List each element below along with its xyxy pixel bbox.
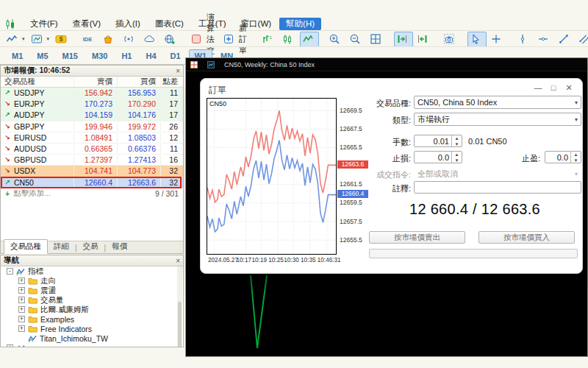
expand-icon[interactable]: + — [18, 277, 25, 284]
channel-button[interactable] — [576, 32, 588, 47]
tree-item-1[interactable]: -指標 — [1, 266, 183, 276]
step-down-icon[interactable]: ▼ — [452, 158, 462, 163]
take-profit-stepper[interactable]: 0.0 ▲▼ — [545, 151, 581, 163]
bar-chart-button[interactable]: 1 — [259, 32, 278, 47]
column-header-1[interactable]: 交易品種 — [1, 77, 74, 87]
menu-item-7[interactable]: 幫助(H) — [279, 18, 321, 30]
profiles-button[interactable]: ▾ — [29, 32, 52, 47]
chart-shift-button[interactable] — [415, 32, 434, 47]
stop-loss-stepper[interactable]: 0.0 ▲▼ — [414, 151, 462, 163]
tree-item-6[interactable]: +Examples — [1, 314, 183, 324]
ide-button[interactable]: IDE — [79, 32, 98, 47]
collapse-icon[interactable]: - — [7, 268, 13, 275]
tree-item-2[interactable]: +走向 — [1, 276, 183, 286]
zoom-out-button[interactable] — [347, 32, 366, 47]
tab-1[interactable]: 交易品種 — [4, 239, 48, 254]
add-symbol-row[interactable]: + 點擊添加... 9 / 301 — [1, 188, 183, 199]
maximize-button[interactable]: □ — [548, 83, 559, 92]
algo-trading-button[interactable]: 演算法交易 — [188, 32, 219, 47]
close-button[interactable]: ✕ — [563, 83, 575, 93]
tree-item-7[interactable]: +Free Indicators — [1, 324, 183, 333]
timeframe-m30[interactable]: M30 — [86, 49, 113, 63]
tree-item-8[interactable]: Titan_Ichimoku_TW — [1, 333, 183, 343]
candlestick-chart-button[interactable] — [279, 32, 298, 47]
table-row-eurusd[interactable]: ↘EURUSD1.084911.0850312 — [1, 132, 183, 144]
market-button[interactable] — [100, 32, 119, 47]
chart-window-titlebar[interactable]: CN50, Weekly: China 50 Index — [186, 58, 587, 71]
tree-item-label: 震盪 — [40, 286, 56, 296]
crosshair-button[interactable] — [488, 32, 507, 47]
vertical-line-button[interactable] — [514, 32, 534, 47]
table-row-eurjpy[interactable]: ↘EURJPY170.273170.29017 — [1, 99, 183, 110]
sell-button[interactable]: 按市場價賣出 — [369, 231, 465, 244]
zoom-in-button[interactable] — [326, 32, 345, 47]
signals-button[interactable] — [121, 32, 140, 47]
navigator-close-icon[interactable]: × — [176, 257, 180, 265]
expand-icon[interactable]: + — [18, 325, 25, 332]
stepper-buttons[interactable]: ▲▼ — [570, 152, 581, 163]
timeframe-m1[interactable]: M1 — [6, 49, 29, 63]
cloud-button[interactable] — [141, 32, 160, 47]
screenshot-button[interactable] — [441, 32, 460, 47]
market-watch-close-icon[interactable]: × — [176, 67, 180, 75]
table-row-gbpjpy[interactable]: ↘GBPJPY199.946199.97226 — [1, 121, 183, 132]
auto-scroll-button[interactable] — [394, 32, 413, 47]
menu-item-1[interactable]: 文件(F) — [24, 18, 65, 30]
symbol-select[interactable]: CN50, China 50 Index ▾ — [414, 96, 581, 109]
tab-2[interactable]: 詳細 — [48, 240, 75, 253]
table-row-audusd[interactable]: ↘AUDUSD0.663650.6637611 — [1, 144, 183, 155]
timeframe-m15[interactable]: M15 — [57, 49, 84, 63]
tab-4[interactable]: 報價 — [106, 240, 133, 253]
timeframe-h4[interactable]: H4 — [140, 49, 162, 63]
line-chart-button[interactable] — [300, 32, 319, 47]
tree-item-4[interactable]: +交易量 — [1, 295, 183, 305]
tab-3[interactable]: 交易 — [77, 240, 104, 253]
tile-windows-button[interactable] — [368, 32, 387, 47]
cursor-button[interactable] — [467, 32, 487, 47]
step-down-icon[interactable]: ▼ — [571, 158, 581, 163]
expand-icon[interactable]: + — [18, 306, 25, 313]
step-up-icon[interactable]: ▲ — [452, 152, 462, 158]
community-button[interactable] — [162, 32, 181, 47]
step-down-icon[interactable]: ▼ — [452, 141, 462, 147]
tree-item-5[interactable]: +比爾.威廉姆斯 — [1, 305, 183, 314]
spread: 17 — [160, 99, 183, 108]
scrollbar-thumb[interactable] — [178, 302, 182, 347]
sell-price: 1.27397 — [74, 155, 117, 164]
minimize-button[interactable]: — — [532, 83, 544, 92]
expand-icon[interactable]: + — [7, 344, 13, 347]
menu-item-4[interactable]: 圖表(C) — [148, 18, 190, 30]
buy-button[interactable]: 按市場價買入 — [478, 231, 575, 244]
tree-item-3[interactable]: +震盪 — [1, 286, 183, 295]
dollar-button[interactable]: $ — [53, 32, 72, 47]
expand-icon[interactable]: + — [18, 287, 25, 294]
stepper-buttons[interactable]: ▲▼ — [451, 135, 462, 146]
step-up-icon[interactable]: ▲ — [452, 135, 462, 141]
table-row-cn50[interactable]: ↗CN5012660.412663.632 — [1, 177, 183, 188]
tree-item-9[interactable]: + — [1, 343, 183, 347]
step-up-icon[interactable]: ▲ — [571, 152, 581, 158]
timeframe-d1[interactable]: D1 — [165, 49, 187, 63]
table-row-usdx[interactable]: ↘USDX104.741104.77332 — [1, 166, 183, 177]
new-chart-button[interactable]: ▾ — [4, 32, 27, 47]
trendline-button[interactable] — [556, 32, 575, 47]
stepper-buttons[interactable]: ▲▼ — [451, 152, 462, 163]
table-row-audjpy[interactable]: ↗AUDJPY104.159104.17617 — [1, 110, 183, 121]
menu-item-3[interactable]: 插入(I) — [109, 18, 147, 30]
volume-stepper[interactable]: 0.01 ▲▼ — [414, 135, 462, 147]
table-row-gbpusd[interactable]: ↘GBPUSD1.273971.2741316 — [1, 155, 183, 166]
table-row-usdjpy[interactable]: ↗USDJPY156.942156.95311 — [1, 88, 183, 99]
new-order-button[interactable]: 新訂單 — [220, 32, 251, 47]
timeframe-h1[interactable]: H1 — [115, 49, 137, 63]
expand-icon[interactable]: + — [18, 316, 25, 322]
column-header-4[interactable]: 點差 — [160, 77, 183, 87]
column-header-3[interactable]: 買價 — [117, 77, 160, 87]
menu-item-2[interactable]: 查看(V) — [66, 18, 107, 30]
navigator-scrollbar[interactable] — [177, 266, 182, 346]
comment-input[interactable] — [414, 181, 581, 194]
timeframe-m5[interactable]: M5 — [31, 49, 54, 63]
column-header-2[interactable]: 賣價 — [74, 77, 117, 87]
expand-icon[interactable]: + — [18, 297, 25, 303]
horizontal-line-button[interactable] — [535, 32, 554, 47]
type-select[interactable]: 市場執行 ▾ — [414, 113, 581, 126]
